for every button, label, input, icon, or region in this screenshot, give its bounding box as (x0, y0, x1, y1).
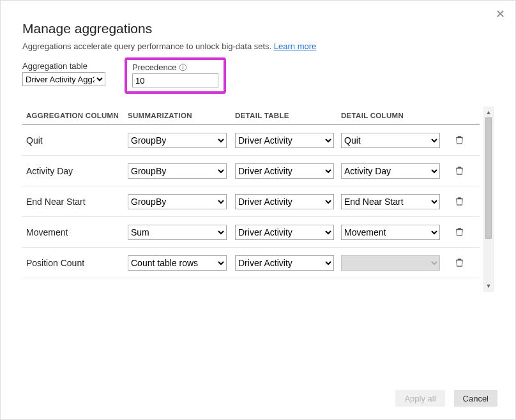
info-icon[interactable] (179, 63, 187, 71)
detail-column-select[interactable]: Quit (341, 133, 440, 148)
detail-column-select[interactable]: Activity Day (341, 163, 440, 179)
header-aggregation-column: AGGREGATION COLUMN (22, 112, 128, 119)
header-detail-table: DETAIL TABLE (235, 112, 341, 119)
detail-column-select[interactable]: Movement (341, 225, 440, 240)
dialog-subtitle: Aggregations accelerate query performanc… (22, 41, 494, 51)
detail-table-select[interactable]: Driver Activity (235, 255, 334, 271)
aggregation-column-name: Quit (22, 135, 128, 146)
header-detail-column: DETAIL COLUMN (341, 112, 450, 119)
aggregation-column-name: Position Count (22, 258, 128, 268)
scroll-thumb[interactable] (485, 117, 492, 239)
table-row: MovementSumDriver ActivityMovement (22, 217, 480, 248)
precedence-label-text: Precedence (132, 63, 176, 72)
apply-all-button[interactable]: Apply all (395, 390, 444, 407)
scroll-down-arrow[interactable]: ▼ (484, 281, 493, 291)
aggregation-column-name: Activity Day (22, 166, 128, 176)
scroll-up-arrow[interactable]: ▲ (484, 107, 493, 117)
table-headers: AGGREGATION COLUMN SUMMARIZATION DETAIL … (22, 107, 480, 125)
aggregation-table-label: Aggregation table (22, 61, 105, 71)
trash-icon[interactable] (455, 227, 464, 237)
trash-icon[interactable] (455, 135, 464, 145)
precedence-highlight: Precedence (125, 57, 226, 94)
svg-rect-2 (183, 67, 183, 70)
detail-column-select (341, 255, 440, 271)
aggregation-column-name: Movement (22, 227, 128, 237)
precedence-input[interactable] (132, 73, 218, 87)
aggregation-table-field: Aggregation table Driver Activity Agg2 (22, 61, 105, 86)
precedence-label: Precedence (132, 63, 218, 72)
fields-row: Aggregation table Driver Activity Agg2 P… (22, 61, 494, 94)
table-row: Position CountCount table rowsDriver Act… (22, 248, 480, 278)
summarization-select[interactable]: Sum (128, 225, 227, 240)
table-row: QuitGroupByDriver ActivityQuit (22, 125, 480, 156)
summarization-select[interactable]: GroupBy (128, 163, 227, 179)
detail-column-select[interactable]: End Near Start (341, 194, 440, 209)
subtitle-text: Aggregations accelerate query performanc… (22, 41, 274, 51)
detail-table-select[interactable]: Driver Activity (235, 194, 334, 209)
detail-table-select[interactable]: Driver Activity (235, 133, 334, 148)
aggregation-table: AGGREGATION COLUMN SUMMARIZATION DETAIL … (22, 107, 480, 292)
detail-table-select[interactable]: Driver Activity (235, 225, 334, 240)
table-row: Activity DayGroupByDriver ActivityActivi… (22, 156, 480, 186)
svg-point-1 (183, 65, 183, 66)
learn-more-link[interactable]: Learn more (274, 41, 316, 51)
header-summarization: SUMMARIZATION (128, 112, 235, 119)
aggregation-table-select[interactable]: Driver Activity Agg2 (22, 72, 105, 86)
summarization-select[interactable]: Count table rows (128, 255, 227, 271)
trash-icon[interactable] (455, 197, 464, 206)
summarization-select[interactable]: GroupBy (128, 133, 227, 148)
trash-icon[interactable] (455, 166, 464, 176)
detail-table-select[interactable]: Driver Activity (235, 163, 334, 179)
dialog-body: Manage aggregations Aggregations acceler… (1, 1, 515, 292)
close-icon[interactable]: ✕ (496, 7, 505, 21)
scrollbar[interactable]: ▲ ▼ (483, 107, 494, 292)
dialog-footer: Apply all Cancel (395, 390, 497, 407)
summarization-select[interactable]: GroupBy (128, 194, 227, 209)
dialog-title: Manage aggregations (22, 21, 494, 36)
cancel-button[interactable]: Cancel (454, 390, 497, 407)
table-row: End Near StartGroupByDriver ActivityEnd … (22, 186, 480, 217)
trash-icon[interactable] (455, 258, 464, 267)
aggregation-column-name: End Near Start (22, 197, 128, 207)
